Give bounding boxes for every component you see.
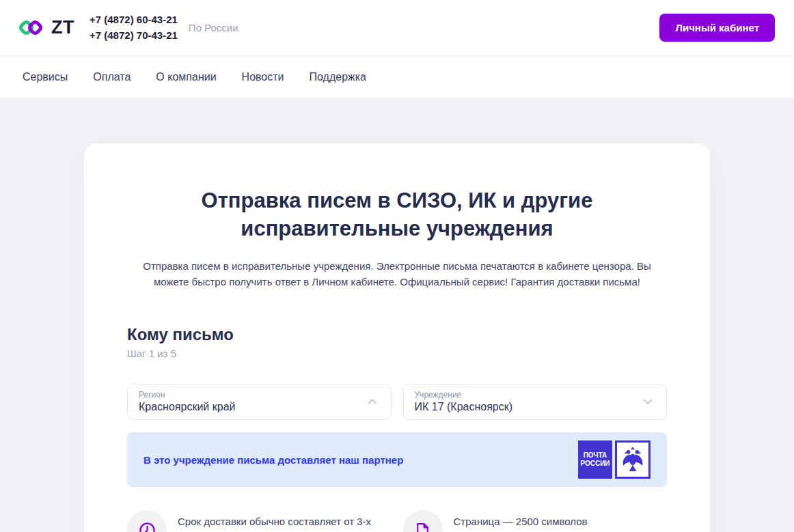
main-nav: Сервисы Оплата О компании Новости Поддер… — [0, 56, 794, 98]
logo-text: ZT — [51, 17, 74, 38]
logo[interactable]: ZT — [19, 17, 74, 39]
region-select-value: Красноярский край — [139, 401, 365, 413]
icon-circle — [403, 510, 443, 532]
partner-banner-text: В это учреждение письма доставляет наш п… — [143, 454, 403, 466]
site-header: ZT +7 (4872) 60-43-21 +7 (4872) 70-43-21… — [0, 0, 794, 56]
page-limit-line1: Страница — 2500 символов — [454, 514, 668, 530]
phone-link-2[interactable]: +7 (4872) 70-43-21 — [90, 28, 178, 44]
nav-item-about[interactable]: О компании — [156, 71, 216, 83]
icon-circle — [127, 510, 167, 532]
institution-select-label: Учреждение — [415, 390, 641, 400]
page-limit-text: Страница — 2500 символов В одном письме … — [454, 510, 668, 532]
clock-icon — [138, 521, 156, 532]
nav-item-services[interactable]: Сервисы — [23, 71, 68, 83]
region-select[interactable]: Регион Красноярский край — [127, 384, 392, 420]
chain-links-icon — [19, 17, 45, 39]
russian-post-name: ПОЧТА РОССИИ — [578, 440, 612, 479]
step-heading: Кому письмо — [127, 325, 667, 344]
double-eagle-emblem-icon — [615, 440, 651, 479]
region-select-label: Регион — [139, 390, 365, 400]
account-button[interactable]: Личный кабинет — [659, 14, 775, 42]
delivery-time-note: Срок доставки обычно составляет от 3-х д… — [127, 510, 392, 532]
page-subtitle: Отправка писем в исправительные учрежден… — [130, 258, 664, 290]
chevron-up-icon — [365, 394, 380, 409]
coverage-label: По России — [189, 22, 238, 33]
page-title: Отправка писем в СИЗО, ИК и другие испра… — [161, 187, 633, 243]
main-content: Отправка писем в СИЗО, ИК и другие испра… — [0, 98, 794, 532]
nav-item-payment[interactable]: Оплата — [93, 71, 131, 83]
nav-item-support[interactable]: Поддержка — [310, 71, 366, 83]
nav-item-news[interactable]: Новости — [242, 71, 284, 83]
phone-numbers: +7 (4872) 60-43-21 +7 (4872) 70-43-21 — [90, 12, 178, 43]
delivery-time-text: Срок доставки обычно составляет от 3-х д… — [178, 510, 392, 532]
institution-select-value: ИК 17 (Красноярск) — [415, 401, 641, 413]
institution-select[interactable]: Учреждение ИК 17 (Красноярск) — [403, 384, 668, 420]
russian-post-logo: ПОЧТА РОССИИ — [578, 440, 651, 479]
phone-link-1[interactable]: +7 (4872) 60-43-21 — [90, 12, 178, 28]
partner-banner: В это учреждение письма доставляет наш п… — [127, 432, 667, 487]
chevron-down-icon — [640, 394, 655, 409]
document-icon — [414, 521, 431, 532]
letter-form-card: Отправка писем в СИЗО, ИК и другие испра… — [84, 143, 710, 532]
recipient-fields: Регион Красноярский край Учреждение ИК 1… — [127, 384, 667, 420]
page-limit-note: Страница — 2500 символов В одном письме … — [403, 510, 668, 532]
info-notes: Срок доставки обычно составляет от 3-х д… — [127, 510, 667, 532]
step-indicator: Шаг 1 из 5 — [127, 348, 667, 359]
